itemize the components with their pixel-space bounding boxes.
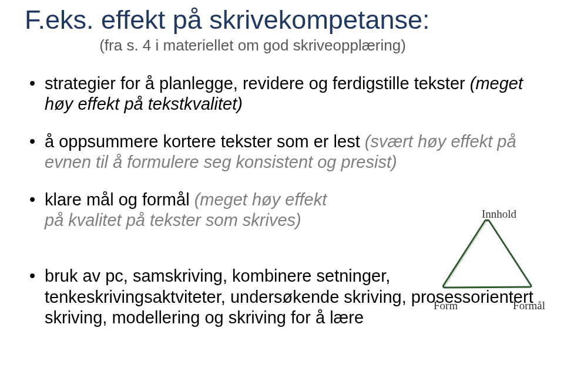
bullet-paren-a: (meget høy effekt <box>194 190 327 209</box>
bullet-text: å oppsummere kortere tekster som er lest <box>45 132 365 151</box>
bullet-text: strategier for å planlegge, revidere og … <box>45 74 470 93</box>
bullet-text: klare mål og formål <box>45 190 194 209</box>
triangle-label-top: Innhold <box>482 208 516 221</box>
triangle-label-right: Formål <box>513 299 545 312</box>
triangle-diagram: Innhold Form Formål <box>431 214 543 313</box>
bullet-paren-b: på kvalitet på tekster som skrives) <box>45 211 301 229</box>
bullet-item-2: å oppsummere kortere tekster som er lest… <box>29 131 546 173</box>
triangle-icon <box>434 214 540 296</box>
slide-subtitle: (fra s. 4 i materiellet om god skriveopp… <box>29 36 476 55</box>
slide-title: F.eks. effekt på skrivekompetanse: <box>25 5 546 35</box>
bullet-item-1: strategier for å planlegge, revidere og … <box>29 73 546 115</box>
triangle-label-left: Form <box>434 299 458 312</box>
